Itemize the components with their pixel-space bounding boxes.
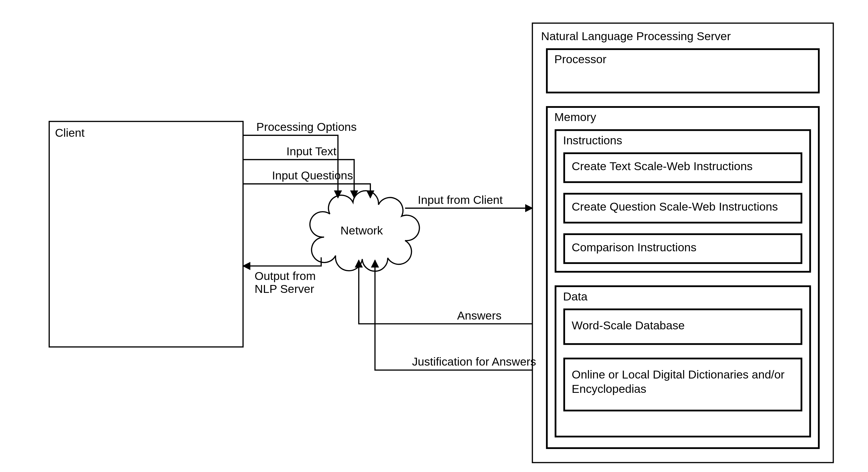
edge-justification-label: Justification for Answers [412, 355, 536, 368]
edge-answers [359, 260, 532, 324]
instruction-item-2-label: Comparison Instructions [572, 241, 696, 254]
edge-input-from-client-label: Input from Client [418, 194, 503, 206]
data-item-1-label-line1: Online or Local Digital Dictionaries and… [572, 368, 785, 381]
edge-justification [375, 260, 532, 370]
edge-output-label-line2: NLP Server [255, 282, 314, 295]
architecture-diagram: Client Network Natural Language Processi… [0, 0, 868, 472]
memory-title: Memory [554, 111, 596, 124]
data-item-1-label-line2: Encyclopedias [572, 382, 647, 395]
instruction-item-1-label: Create Question Scale-Web Instructions [572, 200, 778, 213]
network-cloud: Network [310, 191, 420, 271]
edge-output-label-line1: Output from [255, 270, 315, 282]
edge-output-from-nlp [243, 257, 321, 266]
edge-processing-options-label: Processing Options [256, 121, 356, 133]
network-title: Network [341, 224, 383, 237]
client-title: Client [55, 126, 85, 139]
edge-input-questions-label: Input Questions [272, 169, 353, 182]
edge-answers-label: Answers [457, 309, 502, 322]
data-title: Data [563, 290, 588, 303]
edge-input-text-label: Input Text [286, 145, 336, 158]
data-item-0-label: Word-Scale Database [572, 319, 685, 332]
processor-title: Processor [554, 53, 607, 66]
client-box [49, 121, 243, 347]
instruction-item-0-label: Create Text Scale-Web Instructions [572, 160, 753, 173]
edge-input-questions [243, 184, 370, 198]
server-title: Natural Language Processing Server [541, 30, 731, 43]
instructions-title: Instructions [563, 134, 622, 147]
